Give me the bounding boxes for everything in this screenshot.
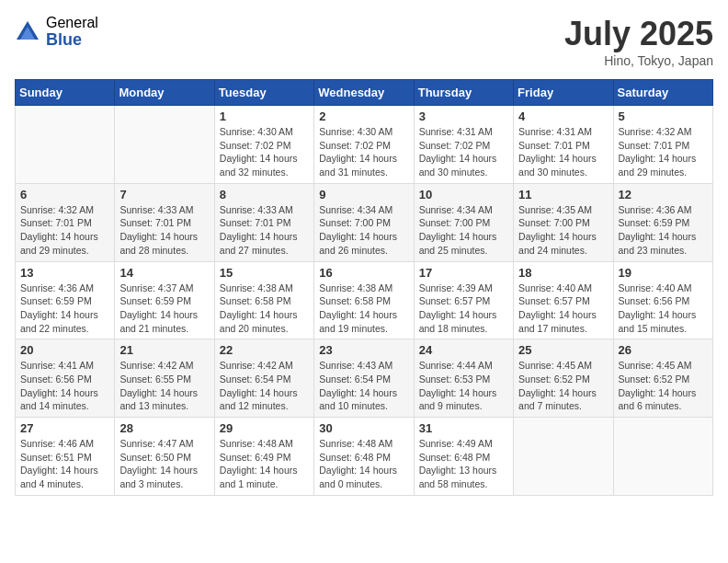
- day-detail: Sunrise: 4:45 AMSunset: 6:52 PMDaylight:…: [619, 359, 708, 413]
- day-number: 15: [220, 266, 309, 280]
- day-number: 2: [319, 109, 408, 123]
- day-number: 24: [419, 343, 508, 357]
- calendar-header-row: SundayMondayTuesdayWednesdayThursdayFrid…: [16, 80, 713, 106]
- calendar-cell: 9Sunrise: 4:34 AMSunset: 7:00 PMDaylight…: [314, 183, 414, 261]
- day-detail: Sunrise: 4:37 AMSunset: 6:59 PMDaylight:…: [119, 282, 209, 336]
- calendar-cell: [613, 418, 712, 496]
- calendar-cell: 1Sunrise: 4:30 AMSunset: 7:02 PMDaylight…: [214, 106, 313, 184]
- day-number: 16: [319, 266, 408, 280]
- day-number: 11: [518, 188, 608, 201]
- calendar-cell: 18Sunrise: 4:40 AMSunset: 6:57 PMDayligh…: [514, 261, 613, 339]
- calendar-cell: 20Sunrise: 4:41 AMSunset: 6:56 PMDayligh…: [16, 339, 115, 418]
- col-header-tuesday: Tuesday: [214, 80, 313, 106]
- day-detail: Sunrise: 4:31 AMSunset: 7:01 PMDaylight:…: [518, 125, 608, 179]
- calendar-cell: 22Sunrise: 4:42 AMSunset: 6:54 PMDayligh…: [214, 339, 313, 418]
- calendar-cell: 4Sunrise: 4:31 AMSunset: 7:01 PMDaylight…: [514, 106, 613, 184]
- calendar-cell: 24Sunrise: 4:44 AMSunset: 6:53 PMDayligh…: [414, 339, 513, 418]
- day-number: 27: [20, 421, 109, 435]
- day-detail: Sunrise: 4:35 AMSunset: 7:00 PMDaylight:…: [518, 203, 608, 258]
- day-detail: Sunrise: 4:45 AMSunset: 6:52 PMDaylight:…: [518, 359, 608, 413]
- calendar-cell: 25Sunrise: 4:45 AMSunset: 6:52 PMDayligh…: [514, 339, 613, 418]
- calendar-week-row: 13Sunrise: 4:36 AMSunset: 6:59 PMDayligh…: [16, 261, 713, 339]
- calendar-cell: 26Sunrise: 4:45 AMSunset: 6:52 PMDayligh…: [613, 339, 712, 418]
- day-detail: Sunrise: 4:30 AMSunset: 7:02 PMDaylight:…: [220, 125, 309, 179]
- calendar-table: SundayMondayTuesdayWednesdayThursdayFrid…: [15, 79, 713, 496]
- day-detail: Sunrise: 4:32 AMSunset: 7:01 PMDaylight:…: [619, 125, 708, 179]
- col-header-thursday: Thursday: [414, 80, 513, 106]
- day-detail: Sunrise: 4:33 AMSunset: 7:01 PMDaylight:…: [220, 203, 309, 258]
- calendar-cell: 17Sunrise: 4:39 AMSunset: 6:57 PMDayligh…: [414, 261, 513, 339]
- day-detail: Sunrise: 4:43 AMSunset: 6:54 PMDaylight:…: [319, 359, 408, 413]
- day-detail: Sunrise: 4:44 AMSunset: 6:53 PMDaylight:…: [419, 359, 508, 413]
- logo: General Blue: [15, 15, 98, 49]
- day-number: 14: [119, 266, 209, 280]
- calendar-cell: 19Sunrise: 4:40 AMSunset: 6:56 PMDayligh…: [613, 261, 712, 339]
- calendar-cell: [16, 106, 115, 184]
- day-number: 25: [518, 343, 608, 357]
- day-number: 30: [319, 421, 408, 435]
- calendar-cell: 21Sunrise: 4:42 AMSunset: 6:55 PMDayligh…: [115, 339, 214, 418]
- logo-text: General Blue: [46, 15, 98, 49]
- calendar-cell: 27Sunrise: 4:46 AMSunset: 6:51 PMDayligh…: [16, 418, 115, 496]
- day-detail: Sunrise: 4:36 AMSunset: 6:59 PMDaylight:…: [20, 282, 109, 336]
- calendar-cell: 7Sunrise: 4:33 AMSunset: 7:01 PMDaylight…: [115, 183, 214, 261]
- col-header-friday: Friday: [514, 80, 613, 106]
- logo-general: General: [46, 15, 98, 31]
- month-year-title: July 2025: [564, 15, 713, 53]
- day-number: 22: [220, 343, 309, 357]
- col-header-saturday: Saturday: [613, 80, 712, 106]
- day-detail: Sunrise: 4:34 AMSunset: 7:00 PMDaylight:…: [319, 203, 408, 258]
- calendar-cell: 5Sunrise: 4:32 AMSunset: 7:01 PMDaylight…: [613, 106, 712, 184]
- day-number: 8: [220, 188, 309, 201]
- day-number: 9: [319, 188, 408, 201]
- day-number: 3: [419, 109, 508, 123]
- day-number: 21: [119, 343, 209, 357]
- day-detail: Sunrise: 4:46 AMSunset: 6:51 PMDaylight:…: [20, 437, 109, 491]
- calendar-week-row: 27Sunrise: 4:46 AMSunset: 6:51 PMDayligh…: [16, 418, 713, 496]
- calendar-cell: 11Sunrise: 4:35 AMSunset: 7:00 PMDayligh…: [514, 183, 613, 261]
- day-detail: Sunrise: 4:39 AMSunset: 6:57 PMDaylight:…: [419, 282, 508, 336]
- day-number: 6: [20, 188, 109, 201]
- calendar-week-row: 1Sunrise: 4:30 AMSunset: 7:02 PMDaylight…: [16, 106, 713, 184]
- day-detail: Sunrise: 4:38 AMSunset: 6:58 PMDaylight:…: [220, 282, 309, 336]
- calendar-week-row: 20Sunrise: 4:41 AMSunset: 6:56 PMDayligh…: [16, 339, 713, 418]
- day-detail: Sunrise: 4:48 AMSunset: 6:48 PMDaylight:…: [319, 437, 408, 491]
- calendar-cell: 10Sunrise: 4:34 AMSunset: 7:00 PMDayligh…: [414, 183, 513, 261]
- day-detail: Sunrise: 4:32 AMSunset: 7:01 PMDaylight:…: [20, 203, 109, 258]
- day-detail: Sunrise: 4:42 AMSunset: 6:55 PMDaylight:…: [119, 359, 209, 413]
- day-detail: Sunrise: 4:48 AMSunset: 6:49 PMDaylight:…: [220, 437, 309, 491]
- day-number: 18: [518, 266, 608, 280]
- day-number: 13: [20, 266, 109, 280]
- page-header: General Blue July 2025 Hino, Tokyo, Japa…: [15, 15, 713, 68]
- calendar-cell: 12Sunrise: 4:36 AMSunset: 6:59 PMDayligh…: [613, 183, 712, 261]
- logo-icon: [15, 19, 40, 45]
- day-number: 19: [619, 266, 708, 280]
- day-detail: Sunrise: 4:49 AMSunset: 6:48 PMDaylight:…: [419, 437, 508, 491]
- day-number: 5: [619, 109, 708, 123]
- day-detail: Sunrise: 4:41 AMSunset: 6:56 PMDaylight:…: [20, 359, 109, 413]
- day-detail: Sunrise: 4:31 AMSunset: 7:02 PMDaylight:…: [419, 125, 508, 179]
- calendar-cell: 16Sunrise: 4:38 AMSunset: 6:58 PMDayligh…: [314, 261, 414, 339]
- calendar-cell: 30Sunrise: 4:48 AMSunset: 6:48 PMDayligh…: [314, 418, 414, 496]
- title-block: July 2025 Hino, Tokyo, Japan: [564, 15, 713, 68]
- calendar-cell: 13Sunrise: 4:36 AMSunset: 6:59 PMDayligh…: [16, 261, 115, 339]
- col-header-monday: Monday: [115, 80, 214, 106]
- location-subtitle: Hino, Tokyo, Japan: [564, 53, 713, 68]
- day-number: 20: [20, 343, 109, 357]
- calendar-cell: 31Sunrise: 4:49 AMSunset: 6:48 PMDayligh…: [414, 418, 513, 496]
- day-detail: Sunrise: 4:36 AMSunset: 6:59 PMDaylight:…: [619, 203, 708, 258]
- logo-blue: Blue: [46, 31, 98, 50]
- day-number: 26: [619, 343, 708, 357]
- day-number: 23: [319, 343, 408, 357]
- day-detail: Sunrise: 4:40 AMSunset: 6:57 PMDaylight:…: [518, 282, 608, 336]
- day-detail: Sunrise: 4:40 AMSunset: 6:56 PMDaylight:…: [619, 282, 708, 336]
- calendar-cell: 8Sunrise: 4:33 AMSunset: 7:01 PMDaylight…: [214, 183, 313, 261]
- day-number: 31: [419, 421, 508, 435]
- day-detail: Sunrise: 4:38 AMSunset: 6:58 PMDaylight:…: [319, 282, 408, 336]
- calendar-cell: 6Sunrise: 4:32 AMSunset: 7:01 PMDaylight…: [16, 183, 115, 261]
- calendar-cell: 28Sunrise: 4:47 AMSunset: 6:50 PMDayligh…: [115, 418, 214, 496]
- calendar-cell: 29Sunrise: 4:48 AMSunset: 6:49 PMDayligh…: [214, 418, 313, 496]
- day-detail: Sunrise: 4:42 AMSunset: 6:54 PMDaylight:…: [220, 359, 309, 413]
- day-number: 29: [220, 421, 309, 435]
- calendar-cell: 23Sunrise: 4:43 AMSunset: 6:54 PMDayligh…: [314, 339, 414, 418]
